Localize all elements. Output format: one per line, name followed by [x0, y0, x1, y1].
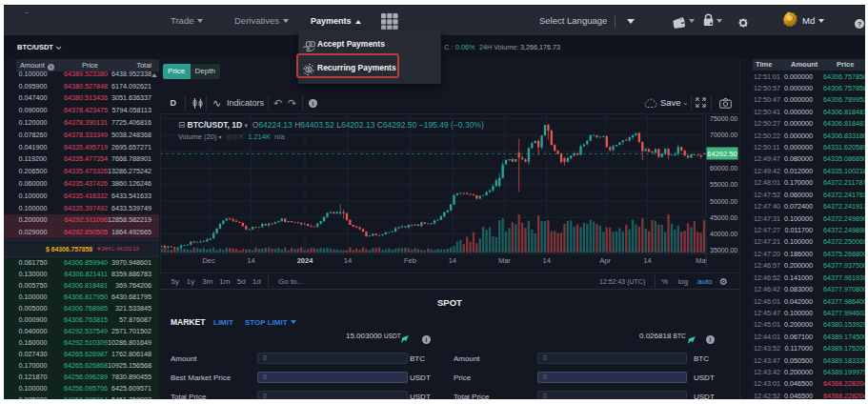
- svg-text:14: 14: [643, 256, 651, 265]
- svg-text:14: 14: [449, 256, 456, 265]
- svg-text:60000.00: 60000.00: [710, 165, 737, 172]
- svg-text:14: 14: [344, 256, 352, 265]
- svg-text:Mar: Mar: [498, 256, 511, 265]
- svg-text:2024: 2024: [297, 256, 314, 265]
- svg-text:70000.00: 70000.00: [710, 131, 737, 138]
- svg-text:75000.00: 75000.00: [710, 115, 737, 122]
- svg-text:i: i: [426, 336, 428, 343]
- svg-text:64292.50: 64292.50: [707, 150, 737, 158]
- svg-text:14: 14: [543, 256, 551, 265]
- svg-text:45000.00: 45000.00: [710, 214, 737, 221]
- svg-text:35000.00: 35000.00: [710, 247, 737, 253]
- svg-text:Apr: Apr: [599, 256, 611, 265]
- svg-text:50000.00: 50000.00: [710, 198, 737, 205]
- svg-text:Dec: Dec: [202, 256, 215, 265]
- svg-text:55000.00: 55000.00: [710, 181, 737, 188]
- svg-text:i: i: [313, 99, 314, 106]
- svg-text:14: 14: [247, 256, 254, 265]
- svg-text:?: ?: [858, 20, 862, 29]
- svg-text:40000.00: 40000.00: [710, 231, 737, 237]
- svg-text:i: i: [710, 336, 712, 343]
- svg-text:Feb: Feb: [404, 256, 416, 265]
